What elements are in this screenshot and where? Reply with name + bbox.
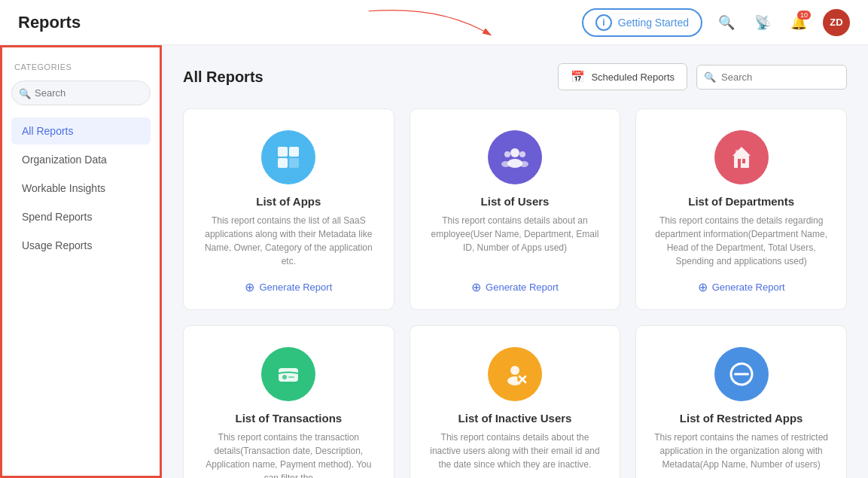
sidebar-item-usage-reports[interactable]: Usage Reports <box>11 232 151 259</box>
report-desc-list-of-users: This report contains details about an em… <box>425 214 605 268</box>
svg-rect-16 <box>279 368 298 382</box>
sidebar-item-organization-data[interactable]: Organization Data <box>11 146 151 173</box>
rss-icon[interactable]: 📡 <box>751 11 775 35</box>
svg-rect-2 <box>289 147 299 157</box>
getting-started-button[interactable]: i Getting Started <box>582 8 702 37</box>
categories-label: Categories <box>11 62 151 72</box>
sidebar-item-workable-insights[interactable]: Workable Insights <box>11 175 151 202</box>
notification-icon[interactable]: 🔔 10 <box>787 11 811 35</box>
app-title: Reports <box>18 13 81 32</box>
report-card-list-of-transactions: List of Transactions This report contain… <box>183 325 394 478</box>
main-layout: Categories 🔍 All Reports Organization Da… <box>0 45 868 478</box>
content-search-wrap: 🔍 <box>696 65 847 90</box>
report-card-list-of-restricted-apps: List of Restricted Apps This report cont… <box>635 325 847 478</box>
report-title-list-of-transactions: List of Transactions <box>235 412 342 425</box>
sidebar: Categories 🔍 All Reports Organization Da… <box>0 45 162 478</box>
svg-rect-13 <box>738 159 741 168</box>
report-icon-list-of-apps <box>261 130 315 184</box>
svg-rect-11 <box>734 156 749 168</box>
report-title-list-of-apps: List of Apps <box>256 195 321 208</box>
report-card-list-of-departments: List of Departments This report contains… <box>635 108 847 310</box>
report-card-list-of-users: List of Users This report contains detai… <box>410 108 621 310</box>
getting-started-label: Getting Started <box>618 17 689 29</box>
content-actions: 📅 Scheduled Reports 🔍 <box>558 63 847 90</box>
svg-marker-12 <box>732 147 751 156</box>
generate-report-button-list-of-users[interactable]: ⊕ Generate Report <box>471 280 559 294</box>
report-icon-list-of-transactions <box>261 347 315 401</box>
svg-point-6 <box>504 151 510 157</box>
svg-rect-1 <box>278 147 288 157</box>
navbar-right: i Getting Started 🔍 📡 🔔 10 ZD <box>582 8 850 37</box>
notification-badge: 10 <box>797 11 811 20</box>
generate-report-label-list-of-departments: Generate Report <box>712 282 785 293</box>
svg-rect-3 <box>278 158 288 168</box>
svg-point-5 <box>510 148 519 157</box>
generate-report-label-list-of-users: Generate Report <box>486 282 559 293</box>
report-title-list-of-inactive-users: List of Inactive Users <box>458 412 572 425</box>
svg-rect-14 <box>742 159 745 163</box>
scheduled-reports-icon: 📅 <box>571 70 585 84</box>
svg-rect-26 <box>734 373 749 376</box>
report-title-list-of-departments: List of Departments <box>688 195 794 208</box>
reports-grid: List of Apps This report contains the li… <box>183 108 847 478</box>
getting-started-icon: i <box>595 14 612 31</box>
svg-point-17 <box>282 375 287 379</box>
content-area: All Reports 📅 Scheduled Reports 🔍 List o… <box>162 45 868 478</box>
report-card-list-of-inactive-users: List of Inactive Users This report conta… <box>410 325 621 478</box>
generate-report-label-list-of-apps: Generate Report <box>259 282 332 293</box>
svg-rect-4 <box>289 158 299 168</box>
scheduled-reports-label: Scheduled Reports <box>591 72 675 83</box>
svg-point-7 <box>519 151 525 157</box>
svg-point-19 <box>510 366 519 375</box>
search-nav-icon[interactable]: 🔍 <box>714 11 739 35</box>
content-header: All Reports 📅 Scheduled Reports 🔍 <box>183 63 847 90</box>
generate-report-icon-list-of-apps: ⊕ <box>245 280 254 294</box>
svg-rect-15 <box>736 150 738 154</box>
sidebar-search-wrap: 🔍 <box>11 81 151 105</box>
report-icon-list-of-users <box>488 130 542 184</box>
report-icon-list-of-departments <box>714 130 769 184</box>
svg-point-10 <box>519 161 528 167</box>
report-desc-list-of-apps: This report contains the list of all Saa… <box>199 214 379 268</box>
report-card-list-of-apps: List of Apps This report contains the li… <box>183 108 394 310</box>
report-icon-list-of-restricted-apps <box>714 347 769 401</box>
avatar[interactable]: ZD <box>823 9 850 36</box>
report-title-list-of-users: List of Users <box>481 195 550 208</box>
generate-report-icon-list-of-users: ⊕ <box>471 280 481 294</box>
page-title: All Reports <box>183 69 263 86</box>
sidebar-search-input[interactable] <box>11 81 151 105</box>
generate-report-button-list-of-departments[interactable]: ⊕ Generate Report <box>698 280 785 294</box>
sidebar-item-spend-reports[interactable]: Spend Reports <box>11 203 151 230</box>
sidebar-item-all-reports[interactable]: All Reports <box>11 117 151 145</box>
sidebar-search-icon: 🔍 <box>19 87 31 99</box>
report-desc-list-of-transactions: This report contains the transaction det… <box>199 431 379 478</box>
generate-report-button-list-of-apps[interactable]: ⊕ Generate Report <box>245 280 332 294</box>
report-desc-list-of-restricted-apps: This report contains the names of restri… <box>651 431 831 478</box>
report-desc-list-of-departments: This report contains the details regardi… <box>651 214 831 268</box>
svg-point-9 <box>501 161 510 167</box>
report-icon-list-of-inactive-users <box>488 347 542 401</box>
content-search-input[interactable] <box>696 65 847 90</box>
navbar: Reports i Getting Started 🔍 📡 🔔 10 ZD <box>0 0 868 45</box>
generate-report-icon-list-of-departments: ⊕ <box>698 280 708 294</box>
content-search-icon: 🔍 <box>704 72 716 83</box>
scheduled-reports-button[interactable]: 📅 Scheduled Reports <box>558 63 687 90</box>
svg-rect-18 <box>288 376 294 378</box>
report-title-list-of-restricted-apps: List of Restricted Apps <box>680 412 803 425</box>
report-desc-list-of-inactive-users: This report contains details about the i… <box>425 431 605 478</box>
